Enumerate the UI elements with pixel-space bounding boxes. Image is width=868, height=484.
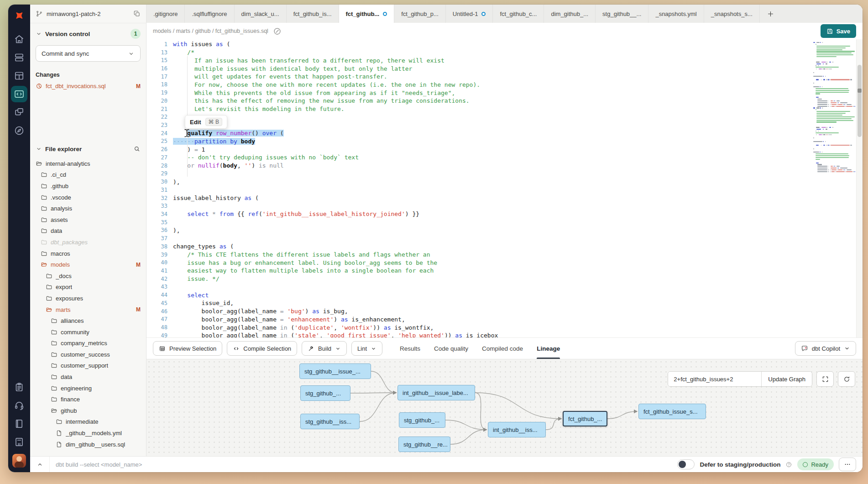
nav-tasks[interactable] [11,379,27,395]
update-graph-button[interactable]: Update Graph [761,372,812,386]
expand-command-bar-button[interactable] [30,457,50,472]
code-line[interactable]: 18 For now, choose the one with more rec… [146,81,863,89]
nav-dashboards[interactable] [11,68,27,84]
tab-fct_github_is[interactable]: fct_github_is... [287,5,339,23]
code-line[interactable]: 45 issue_id, [146,299,863,307]
code-line[interactable]: 41 easiest way to flatten multiple label… [146,267,863,275]
code-line[interactable]: 1with issues as ( [146,40,863,48]
nav-explore[interactable] [11,122,27,139]
results-tab-lineage[interactable]: Lineage [537,338,560,359]
user-avatar[interactable] [12,454,26,468]
code-line[interactable]: 28 or nullif(body, '') is null [146,162,863,170]
tab-_snapshots_s[interactable]: _snapshots_s... [704,5,760,23]
tree-item-github[interactable]: github [30,405,146,416]
version-control-header[interactable]: Version control 1 [36,29,141,39]
compile-selection-button[interactable]: Compile Selection [227,341,297,356]
code-line[interactable]: 29 [146,170,863,178]
edit-tooltip[interactable]: Edit ⌘ B [185,115,227,129]
code-line[interactable]: 19 While this prevents the old issue fro… [146,89,863,97]
dbt-command-input[interactable] [55,461,672,468]
code-line[interactable]: 47 boolor_agg(label_name = 'enhancement'… [146,315,863,323]
tree-item-models[interactable]: modelsM [30,259,146,270]
code-line[interactable]: 25······partition by body [146,137,863,146]
fullscreen-button[interactable] [816,371,834,387]
file-explorer-header[interactable]: File explorer [30,145,146,153]
tree-item-customer_support[interactable]: customer_support [30,360,146,372]
tab-stg_github__[interactable]: stg_github__... [596,5,648,23]
copy-icon[interactable] [133,10,141,17]
tab-_snapshotsyml[interactable]: _snapshots.yml [648,5,704,23]
tree-item-data[interactable]: data [30,371,146,383]
nav-docs[interactable] [11,416,27,432]
save-button[interactable]: Save [821,24,856,38]
code-line[interactable]: 33 [146,202,863,210]
dbt-logo[interactable] [12,9,26,24]
tree-item-.vscode[interactable]: .vscode [30,192,146,203]
lineage-node-int_github__iss[interactable]: int_github__iss... [488,422,546,437]
lineage-node-stg_github__issue_[interactable]: stg_github__issue_... [299,363,371,379]
tree-item-macros[interactable]: macros [30,248,146,259]
search-icon[interactable] [133,145,141,153]
tree-item-assets[interactable]: assets [30,214,146,226]
editor-scrollbar[interactable] [856,39,863,337]
tree-item-customer_success[interactable]: customer_success [30,349,146,360]
code-line[interactable]: 49 boolor_agg(label_name in ('stale', 'g… [146,331,863,337]
tree-item-engineering[interactable]: engineering [30,383,146,394]
tree-item-dim_github__users.sql[interactable]: dim_github__users.sql [30,439,146,450]
lineage-node-stg_github__re[interactable]: stg_github__re... [398,437,450,452]
code-line[interactable]: 40 issue has a bug or enhancement label.… [146,258,863,267]
code-line[interactable]: 23 [146,121,863,129]
tab-gitignore[interactable]: .gitignore [146,5,185,23]
lineage-node-stg_github_[interactable]: stg_github_... [300,385,350,401]
lineage-node-fct_github_[interactable]: fct_github_... [563,411,607,426]
tree-item-community[interactable]: community [30,326,146,338]
graph-selector-input[interactable] [668,372,761,386]
tree-item-analysis[interactable]: analysis [30,203,146,214]
code-line[interactable]: 13 /* [146,48,863,57]
results-tab-results[interactable]: Results [400,338,420,359]
nav-projects[interactable] [11,104,27,121]
code-line[interactable]: 16 multiple issues with identical body t… [146,64,863,73]
defer-toggle[interactable] [677,459,695,469]
results-tab-code-quality[interactable]: Code quality [434,338,468,359]
code-line[interactable]: 42 issue. */ [146,275,863,283]
build-button[interactable]: Build [302,341,347,356]
tree-item-.ci_cd[interactable]: .ci_cd [30,169,146,181]
lineage-node-int_github__issue_labe[interactable]: int_github__issue_labe... [397,385,475,400]
tab-Untitled-1[interactable]: Untitled-1 [446,5,493,23]
code-line[interactable]: 27 -- don't try deduping issues with no … [146,153,863,162]
code-line[interactable]: 24 qualify row_number() over ( [146,129,863,137]
lineage-node-stg_github_[interactable]: stg_github_... [399,412,445,428]
code-line[interactable]: 37 [146,234,863,242]
code-line[interactable]: 48 boolor_agg(label_name in ('duplicate'… [146,323,863,331]
code-line[interactable]: 35 [146,218,863,226]
code-line[interactable]: 39 /* This CTE flattens the different is… [146,251,863,259]
code-line[interactable]: 30), [146,178,863,186]
tree-item-exposures[interactable]: exposures [30,293,146,304]
code-line[interactable]: 44 select [146,291,863,299]
tab-dim_slack_u[interactable]: dim_slack_u... [235,5,287,23]
lint-button[interactable]: Lint [351,341,382,356]
tree-item-alliances[interactable]: alliances [30,315,146,326]
code-line[interactable]: 46 boolor_agg(label_name = 'bug') as is_… [146,307,863,316]
code-line[interactable]: 22 [146,113,863,121]
branch-row[interactable]: mirnawong1-patch-2 [30,5,146,23]
code-line[interactable]: 31 [146,186,863,194]
tree-item-.github[interactable]: .github [30,180,146,192]
nav-home[interactable] [11,31,27,47]
code-line[interactable]: 43 [146,283,863,291]
code-line[interactable]: 21 Let's revisit this modeling in the fu… [146,105,863,113]
code-line[interactable]: 36), [146,226,863,235]
code-line[interactable]: 20 this has the effect of removing the n… [146,97,863,105]
tree-item-export[interactable]: export [30,282,146,293]
more-options-button[interactable] [839,458,856,471]
code-line[interactable]: 32issue_label_history as ( [146,194,863,202]
code-line[interactable]: 15 If an issue has been transferred to a… [146,56,863,64]
help-icon[interactable] [785,461,792,468]
tree-item-data[interactable]: data [30,226,146,237]
tree-item-intermediate[interactable]: intermediate [30,416,146,428]
tree-item-finance[interactable]: finance [30,394,146,405]
tab-fct_github_p[interactable]: fct_github_p... [394,5,446,23]
tab-sqlfluffignore[interactable]: .sqlfluffignore [185,5,234,23]
code-line[interactable]: 34 select * from {{ ref('int_github__iss… [146,210,863,218]
